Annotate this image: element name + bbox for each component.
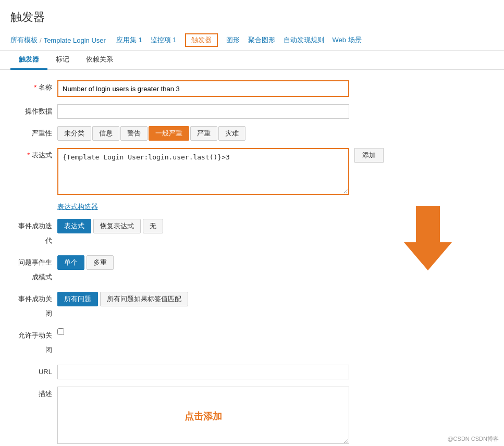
manual-close-control bbox=[57, 328, 349, 337]
nav-web-scene[interactable]: Web 场景 bbox=[333, 35, 362, 45]
tabs-bar: 触发器 标记 依赖关系 bbox=[0, 51, 504, 70]
desc-container: 点击添加 bbox=[57, 387, 349, 445]
tab-dependencies[interactable]: 依赖关系 bbox=[78, 51, 121, 70]
name-input[interactable] bbox=[58, 81, 348, 96]
form-row-description: 描述 点击添加 bbox=[16, 387, 488, 445]
expression-label: 表达式 bbox=[16, 148, 57, 163]
problem-event-control: 单个 多重 bbox=[57, 255, 349, 270]
event-ok-close-label: 事件成功关闭 bbox=[16, 292, 57, 321]
form-row-name: 名称 bbox=[16, 80, 488, 97]
page-title: 触发器 bbox=[0, 0, 504, 30]
breadcrumb-all-templates[interactable]: 所有模板 bbox=[10, 35, 38, 45]
name-label: 名称 bbox=[16, 80, 57, 95]
severity-info[interactable]: 信息 bbox=[92, 126, 119, 141]
watermark: @CSDN CSDN博客 bbox=[447, 435, 499, 443]
expression-textarea[interactable]: {Template Login User:login.user.last()}>… bbox=[57, 148, 349, 195]
form-row-severity: 严重性 未分类 信息 警告 一般严重 严重 灾难 bbox=[16, 126, 488, 141]
nav-graph[interactable]: 图形 bbox=[226, 35, 240, 45]
url-control bbox=[57, 365, 349, 379]
url-label: URL bbox=[16, 365, 57, 379]
event-ok-label: 事件成功迭代 bbox=[16, 219, 57, 248]
url-input[interactable] bbox=[57, 365, 349, 379]
form-row-url: URL bbox=[16, 365, 488, 379]
expression-builder-link[interactable]: 表达式构造器 bbox=[57, 202, 98, 212]
nav-app-group[interactable]: 应用集 1 bbox=[116, 35, 142, 45]
severity-warning[interactable]: 警告 bbox=[120, 126, 147, 141]
severity-unclassified[interactable]: 未分类 bbox=[57, 126, 91, 141]
severity-buttons: 未分类 信息 警告 一般严重 严重 灾难 bbox=[57, 126, 349, 141]
desc-textarea[interactable] bbox=[57, 387, 349, 444]
nav-trigger-active[interactable]: 触发器 bbox=[185, 33, 218, 47]
form-area: 名称 操作数据 严重性 未分类 信息 警告 一般严重 bbox=[0, 70, 504, 446]
event-ok-close-all[interactable]: 所有问题 bbox=[57, 292, 98, 306]
form-row-op-data: 操作数据 bbox=[16, 104, 488, 119]
expression-value: {Template Login User:login.user.last()}>… bbox=[63, 153, 230, 161]
op-data-label: 操作数据 bbox=[16, 104, 57, 119]
form-row-problem-event: 问题事件生成模式 单个 多重 bbox=[16, 255, 488, 284]
severity-control: 未分类 信息 警告 一般严重 严重 灾难 bbox=[57, 126, 349, 141]
desc-label: 描述 bbox=[16, 387, 57, 401]
event-ok-recovery[interactable]: 恢复表达式 bbox=[93, 219, 141, 233]
breadcrumb-separator: / bbox=[40, 36, 42, 44]
problem-event-single[interactable]: 单个 bbox=[57, 255, 84, 270]
problem-event-label: 问题事件生成模式 bbox=[16, 255, 57, 284]
add-button[interactable]: 添加 bbox=[354, 148, 384, 163]
op-data-input[interactable] bbox=[57, 104, 349, 119]
manual-close-label: 允许手动关闭 bbox=[16, 328, 57, 357]
name-control bbox=[57, 80, 349, 97]
form-row-manual-close: 允许手动关闭 bbox=[16, 328, 488, 357]
event-ok-close-tag[interactable]: 所有问题如果标签值匹配 bbox=[100, 292, 188, 306]
event-ok-close-control: 所有问题 所有问题如果标签值匹配 bbox=[57, 292, 349, 306]
nav-aggregate-graph[interactable]: 聚合图形 bbox=[248, 35, 275, 45]
form-row-expression: 表达式 {Template Login User:login.user.last… bbox=[16, 148, 488, 195]
severity-disaster[interactable]: 灾难 bbox=[218, 126, 245, 141]
breadcrumb-template-name[interactable]: Template Login User bbox=[44, 36, 106, 44]
breadcrumb: 所有模板 / Template Login User 应用集 1 监控项 1 触… bbox=[0, 30, 504, 51]
tab-triggers[interactable]: 触发器 bbox=[10, 51, 47, 70]
tab-tags[interactable]: 标记 bbox=[47, 51, 78, 70]
severity-average[interactable]: 一般严重 bbox=[149, 126, 189, 141]
form-row-event-ok-close: 事件成功关闭 所有问题 所有问题如果标签值匹配 bbox=[16, 292, 488, 321]
severity-label: 严重性 bbox=[16, 126, 57, 141]
manual-close-checkbox[interactable] bbox=[57, 328, 64, 335]
severity-high[interactable]: 严重 bbox=[190, 126, 217, 141]
event-ok-control: 表达式 恢复表达式 无 bbox=[57, 219, 349, 233]
event-ok-expression[interactable]: 表达式 bbox=[57, 219, 91, 233]
nav-auto-discover[interactable]: 自动发现规则 bbox=[284, 35, 324, 45]
form-row-expr-builder: 表达式构造器 bbox=[16, 202, 488, 212]
op-data-control bbox=[57, 104, 349, 119]
nav-monitor-item[interactable]: 监控项 1 bbox=[151, 35, 177, 45]
form-row-event-ok: 事件成功迭代 表达式 恢复表达式 无 bbox=[16, 219, 488, 248]
problem-event-multiple[interactable]: 多重 bbox=[87, 255, 114, 270]
event-ok-none[interactable]: 无 bbox=[143, 219, 163, 233]
